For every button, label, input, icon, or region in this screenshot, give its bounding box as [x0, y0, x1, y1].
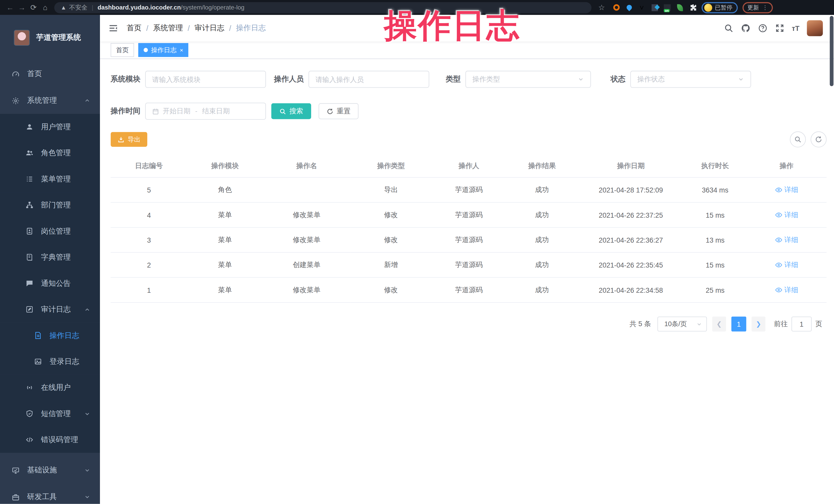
extension-icon-blue[interactable]: [651, 3, 659, 11]
sidebar-item-dev-tools[interactable]: 研发工具: [0, 484, 100, 504]
sidebar-item-system[interactable]: 系统管理: [0, 87, 100, 114]
operator-input-field[interactable]: [315, 75, 422, 83]
sidebar-item-label: 登录日志: [50, 357, 80, 366]
extension-icon-green-v[interactable]: V: [638, 3, 646, 11]
user-avatar[interactable]: [807, 20, 823, 36]
col-date: 操作日期: [577, 156, 684, 178]
reset-button[interactable]: 重置: [319, 103, 358, 119]
sidebar-item-login-log[interactable]: 登录日志: [0, 349, 100, 374]
font-size-icon[interactable]: ᴛT: [792, 24, 799, 32]
sidebar-item-menus[interactable]: 菜单管理: [0, 166, 100, 192]
reload-icon[interactable]: ⟳: [28, 3, 40, 12]
search-icon[interactable]: [724, 23, 733, 33]
github-icon[interactable]: [741, 23, 750, 33]
refresh-table-button[interactable]: [811, 131, 827, 147]
home-icon[interactable]: ⌂: [39, 3, 51, 12]
sidebar-item-home[interactable]: 首页: [0, 61, 100, 87]
app-logo-row[interactable]: 芋道管理系统: [0, 15, 100, 61]
scrollbar-thumb[interactable]: [830, 16, 833, 86]
status-select[interactable]: 操作状态: [630, 71, 751, 88]
breadcrumb-separator: /: [146, 24, 148, 32]
cell-result: 成功: [506, 177, 577, 202]
operator-input[interactable]: [309, 71, 429, 88]
collapse-sidebar-icon[interactable]: [108, 24, 118, 32]
cell-date: 2021-04-28 17:52:09: [577, 177, 684, 202]
table-row: 5 角色 导出 芋道源码 成功 2021-04-28 17:52:09 3634…: [111, 177, 827, 202]
module-input[interactable]: [145, 71, 266, 88]
detail-label: 详细: [784, 185, 798, 194]
cell-operator: 芋道源码: [432, 278, 506, 303]
sidebar-item-sms[interactable]: 短信管理: [0, 401, 100, 426]
cell-name: 修改菜单: [263, 278, 351, 303]
filter-row-1: 系统模块 操作人员 类型 操作类型 状态 操作状态: [111, 71, 827, 88]
page-size-select[interactable]: 10条/页: [658, 316, 707, 332]
back-icon[interactable]: ←: [4, 3, 16, 12]
url-host: dashboard.yudao.iocoder.cn: [97, 4, 181, 11]
tag-home[interactable]: 首页: [111, 43, 134, 57]
export-button[interactable]: 导出: [111, 132, 148, 147]
sidebar-item-posts[interactable]: 岗位管理: [0, 218, 100, 244]
image-icon: [34, 357, 42, 366]
extension-icon-leaf[interactable]: [676, 3, 684, 11]
fullscreen-icon[interactable]: [775, 23, 784, 33]
chevron-down-icon: [84, 411, 90, 417]
sidebar-item-users[interactable]: 用户管理: [0, 114, 100, 140]
sidebar-item-error-codes[interactable]: 错误码管理: [0, 426, 100, 453]
refresh-icon: [815, 136, 822, 143]
forward-icon[interactable]: →: [16, 3, 28, 12]
date-range-picker[interactable]: 开始日期 - 结束日期: [145, 103, 266, 120]
sidebar-item-dicts[interactable]: 字典管理: [0, 244, 100, 270]
col-duration: 执行时长: [684, 156, 746, 178]
close-tag-icon[interactable]: ×: [180, 47, 183, 53]
code-icon: [25, 436, 34, 444]
search-button[interactable]: 搜索: [271, 103, 311, 119]
next-page-button[interactable]: ❯: [751, 316, 765, 332]
module-input-field[interactable]: [152, 75, 259, 83]
monitor-icon: [12, 466, 20, 475]
browser-menu-icon[interactable]: ⋮: [762, 4, 768, 11]
sidebar-item-audit-log[interactable]: 审计日志: [0, 296, 100, 322]
detail-link[interactable]: 详细: [775, 185, 798, 194]
bookmark-star-icon[interactable]: ☆: [596, 3, 608, 12]
toggle-search-button[interactable]: [790, 131, 806, 147]
sidebar-item-online-users[interactable]: 在线用户: [0, 374, 100, 400]
sidebar-item-label: 错误码管理: [41, 435, 78, 444]
detail-label: 详细: [784, 285, 798, 294]
extension-icon-orange[interactable]: [612, 3, 620, 11]
extension-icon-on-badge[interactable]: [663, 3, 671, 11]
type-select-placeholder: 操作类型: [472, 74, 500, 84]
browser-profile-chip[interactable]: 已暂停: [702, 2, 738, 13]
cell-type: 修改: [350, 227, 432, 253]
eye-icon: [775, 186, 782, 194]
sidebar-item-label: 系统管理: [27, 96, 57, 105]
breadcrumb-separator: /: [229, 24, 231, 32]
breadcrumb-system[interactable]: 系统管理: [153, 23, 183, 33]
prev-page-button[interactable]: ❮: [712, 316, 726, 332]
reset-button-label: 重置: [336, 106, 350, 116]
detail-link[interactable]: 详细: [775, 235, 798, 244]
sidebar-item-departments[interactable]: 部门管理: [0, 192, 100, 218]
extensions-puzzle-icon[interactable]: [689, 3, 697, 11]
cell-result: 成功: [506, 278, 577, 303]
sidebar-item-roles[interactable]: 角色管理: [0, 140, 100, 166]
sidebar-item-infrastructure[interactable]: 基础设施: [0, 457, 100, 484]
cell-duration: 13 ms: [684, 227, 746, 253]
type-select[interactable]: 操作类型: [465, 71, 591, 88]
sidebar-item-operate-log[interactable]: 操作日志: [0, 323, 100, 349]
detail-link[interactable]: 详细: [775, 210, 798, 219]
tag-operate-log[interactable]: 操作日志 ×: [138, 43, 189, 57]
help-icon[interactable]: [758, 23, 767, 33]
page-1-button[interactable]: 1: [731, 316, 746, 332]
cell-date: 2021-04-26 22:35:45: [577, 253, 684, 277]
cell-date: 2021-04-26 22:34:58: [577, 278, 684, 303]
not-secure-icon: ▲: [61, 4, 67, 11]
chrome-update-button[interactable]: 更新 ⋮: [743, 2, 773, 13]
detail-link[interactable]: 详细: [775, 285, 798, 294]
sidebar-item-label: 在线用户: [41, 383, 71, 392]
extension-icon-pin[interactable]: [625, 3, 633, 11]
breadcrumb-audit[interactable]: 审计日志: [195, 23, 224, 33]
goto-page-input[interactable]: [791, 316, 812, 332]
detail-link[interactable]: 详细: [775, 260, 798, 269]
breadcrumb-home[interactable]: 首页: [127, 23, 141, 33]
sidebar-item-notices[interactable]: 通知公告: [0, 270, 100, 296]
